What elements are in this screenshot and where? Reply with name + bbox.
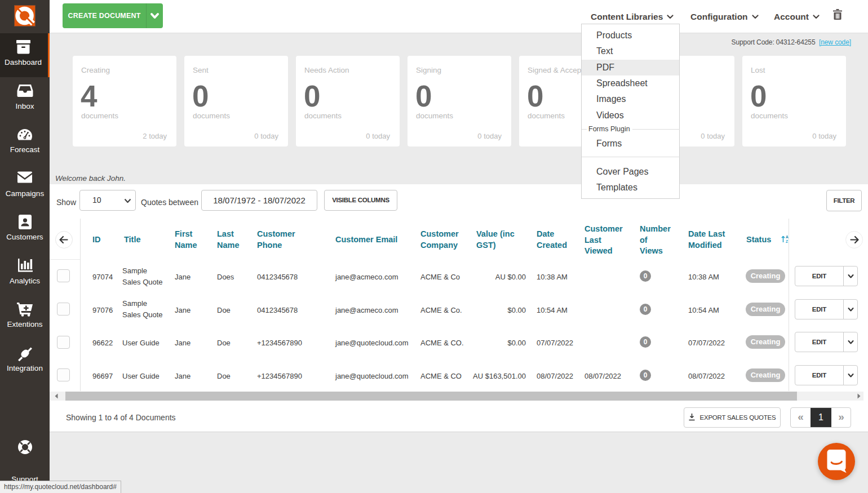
- svg-text:Z: Z: [786, 239, 788, 243]
- svg-text:A: A: [786, 235, 789, 239]
